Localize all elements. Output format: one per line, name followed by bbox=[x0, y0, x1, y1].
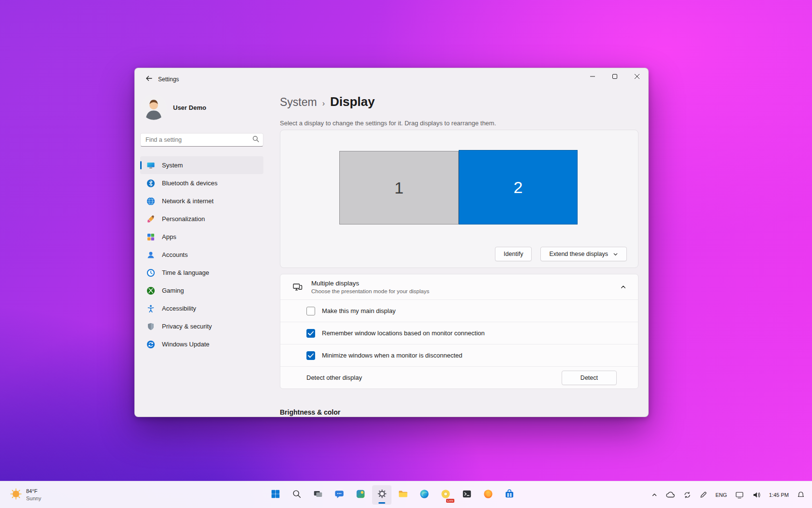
store-button[interactable] bbox=[500, 485, 519, 505]
sidebar-item-privacy-security[interactable]: Privacy & security bbox=[140, 317, 263, 335]
chat-icon bbox=[334, 489, 345, 501]
minimize-icon bbox=[590, 72, 595, 81]
monitor-1[interactable]: 1 bbox=[339, 151, 459, 224]
sidebar-item-accounts[interactable]: Accounts bbox=[140, 246, 263, 264]
notification-bell-icon[interactable] bbox=[796, 490, 806, 500]
weather-condition: Sunny bbox=[26, 495, 41, 502]
detect-button-label: Detect bbox=[580, 374, 598, 381]
sidebar-item-label: Apps bbox=[162, 233, 176, 240]
multiple-displays-header[interactable]: Multiple displays Choose the presentatio… bbox=[280, 274, 638, 299]
maximize-button[interactable] bbox=[604, 68, 626, 85]
page-title: Display bbox=[330, 94, 375, 109]
sidebar-item-label: Gaming bbox=[162, 287, 184, 294]
widgets-button[interactable] bbox=[351, 485, 370, 505]
search-input[interactable] bbox=[145, 136, 252, 143]
sync-icon[interactable] bbox=[682, 490, 693, 500]
settings-taskbar-button[interactable] bbox=[372, 485, 392, 505]
checkbox-checked[interactable] bbox=[306, 351, 315, 360]
accounts-icon bbox=[146, 251, 155, 259]
multiple-displays-icon bbox=[292, 281, 304, 293]
sidebar-item-windows-update[interactable]: Windows Update bbox=[140, 335, 263, 353]
brightness-color-heading: Brightness & color bbox=[280, 408, 340, 416]
file-explorer-button[interactable] bbox=[393, 485, 413, 505]
taskbar: 84°F Sunny bbox=[0, 481, 812, 508]
volume-icon[interactable] bbox=[751, 489, 762, 501]
gaming-icon bbox=[146, 286, 155, 295]
display-panel-buttons: Identify Extend these displays bbox=[495, 247, 627, 261]
chevron-down-icon bbox=[613, 252, 618, 257]
edge-button[interactable] bbox=[415, 485, 434, 505]
sidebar-item-system[interactable]: System bbox=[140, 156, 263, 174]
breadcrumb-separator-icon: › bbox=[322, 99, 325, 108]
minimize-button[interactable] bbox=[581, 68, 604, 85]
weather-widget[interactable]: 84°F Sunny bbox=[6, 486, 45, 504]
sidebar-item-network-internet[interactable]: Network & internet bbox=[140, 192, 263, 210]
tray-chevron-up-icon[interactable] bbox=[650, 491, 659, 499]
language-indicator[interactable]: ENG bbox=[714, 491, 728, 499]
system-icon bbox=[146, 161, 155, 170]
option-label: Minimize windows when a monitor is disco… bbox=[322, 352, 462, 359]
store-icon bbox=[504, 489, 515, 501]
weather-texts: 84°F Sunny bbox=[26, 488, 41, 502]
detect-button[interactable]: Detect bbox=[562, 371, 617, 385]
detect-display-label: Detect other display bbox=[306, 374, 362, 381]
option-label: Make this my main display bbox=[322, 307, 395, 314]
user-profile[interactable]: User Demo bbox=[141, 95, 206, 120]
sidebar-nav: System Bluetooth & devices Network & int… bbox=[140, 156, 263, 353]
chrome-canary-button[interactable]: CAN bbox=[436, 485, 455, 505]
display-arrangement-panel: 1 2 Identify Extend these displays bbox=[280, 130, 638, 268]
sidebar-item-bluetooth-devices[interactable]: Bluetooth & devices bbox=[140, 174, 263, 192]
sidebar-item-label: System bbox=[162, 162, 183, 169]
identify-button[interactable]: Identify bbox=[495, 247, 532, 261]
multiple-displays-card: Multiple displays Choose the presentatio… bbox=[280, 274, 638, 389]
multiple-displays-title: Multiple displays bbox=[311, 280, 620, 287]
cast-display-icon[interactable] bbox=[734, 489, 745, 501]
sidebar-item-label: Network & internet bbox=[162, 197, 214, 205]
option-label: Remember window locations based on monit… bbox=[322, 329, 485, 337]
sidebar-item-accessibility[interactable]: Accessibility bbox=[140, 299, 263, 317]
bluetooth-icon bbox=[146, 179, 155, 188]
window-title: Settings bbox=[158, 76, 179, 83]
gear-icon bbox=[377, 488, 388, 501]
monitor-2[interactable]: 2 bbox=[459, 150, 578, 224]
sidebar-item-time-language[interactable]: Time & language bbox=[140, 264, 263, 282]
identify-button-label: Identify bbox=[504, 251, 523, 257]
search-button[interactable] bbox=[287, 485, 306, 505]
sun-icon bbox=[10, 488, 22, 502]
folder-icon bbox=[398, 489, 408, 501]
terminal-icon bbox=[462, 489, 472, 501]
back-button[interactable] bbox=[141, 72, 157, 87]
breadcrumb-system[interactable]: System bbox=[280, 96, 317, 109]
sidebar-item-personalization[interactable]: Personalization bbox=[140, 210, 263, 228]
chevron-up-icon[interactable] bbox=[620, 284, 626, 290]
taskbar-search-icon bbox=[291, 489, 302, 501]
avatar bbox=[141, 95, 166, 120]
chat-button[interactable] bbox=[330, 485, 349, 505]
weather-temp: 84°F bbox=[26, 488, 41, 495]
firefox-button[interactable] bbox=[478, 485, 498, 505]
monitor-2-label: 2 bbox=[514, 178, 523, 197]
personalization-icon bbox=[146, 215, 155, 224]
extend-displays-dropdown[interactable]: Extend these displays bbox=[540, 247, 627, 261]
onedrive-cloud-icon[interactable] bbox=[664, 489, 677, 501]
sidebar-item-label: Bluetooth & devices bbox=[162, 179, 218, 187]
search-box bbox=[140, 133, 263, 147]
checkbox-checked[interactable] bbox=[306, 329, 315, 338]
sidebar-item-apps[interactable]: Apps bbox=[140, 228, 263, 246]
task-view-button[interactable] bbox=[308, 485, 328, 505]
desktop: Settings User Demo bbox=[0, 0, 812, 508]
breadcrumb: System › Display bbox=[280, 94, 375, 109]
taskbar-center-icons: CAN bbox=[266, 485, 519, 505]
start-button[interactable] bbox=[266, 485, 285, 505]
sidebar-item-gaming[interactable]: Gaming bbox=[140, 282, 263, 299]
multiple-displays-subtitle: Choose the presentation mode for your di… bbox=[311, 288, 620, 294]
firefox-icon bbox=[483, 489, 493, 501]
user-name: User Demo bbox=[173, 104, 206, 111]
pen-icon[interactable] bbox=[698, 490, 709, 500]
terminal-button[interactable] bbox=[457, 485, 477, 505]
clock[interactable]: 1:45 PM bbox=[768, 491, 790, 499]
windows-update-icon bbox=[146, 340, 155, 349]
sidebar-item-label: Personalization bbox=[162, 215, 205, 223]
close-button[interactable] bbox=[626, 68, 648, 85]
checkbox-unchecked[interactable] bbox=[306, 307, 315, 315]
